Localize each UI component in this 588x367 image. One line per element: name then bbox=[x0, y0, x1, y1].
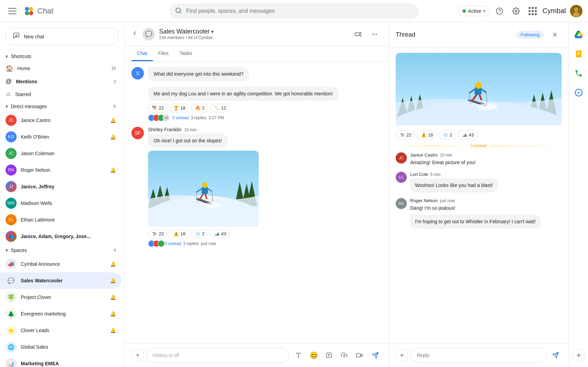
sales-watercooler-bell: 🔔 bbox=[110, 278, 116, 283]
sidebar-item-sales-watercooler[interactable]: 💬 Sales Watercooler 🔔 bbox=[0, 272, 121, 289]
sidebar-item-project-clover[interactable]: 🍀 Project Clover 🔔 bbox=[0, 289, 121, 305]
sidebar-item-roger-nelson[interactable]: RN Roger Nelson 🔔 bbox=[0, 162, 121, 178]
janice-jeffrey-avatar-text: JJ bbox=[6, 181, 17, 192]
sidebar-item-evergreen[interactable]: 🌲 Evergreen marketing 🔔 bbox=[0, 305, 121, 322]
reaction-snowflake[interactable]: ❄️2 bbox=[191, 229, 208, 238]
reaction-fire[interactable]: 🔥2 bbox=[191, 104, 208, 112]
message-content-2: Me and my dog Lou and I were in an agili… bbox=[148, 87, 382, 121]
sidebar-item-group-janice[interactable]: 👥 Janice, Adam, Gregory, Jose... bbox=[0, 228, 121, 245]
help-button[interactable] bbox=[493, 4, 506, 18]
mentions-label: Mentions bbox=[16, 79, 109, 84]
sidebar-item-keith-obrien[interactable]: KO Keith O'Brien 🔔 bbox=[0, 129, 121, 145]
sidebar-item-madison-wells[interactable]: MW Madison Wells bbox=[0, 195, 121, 211]
janice-castro-name: Janice Castro bbox=[21, 117, 106, 123]
google-tasks-button[interactable] bbox=[572, 86, 586, 100]
reaction-dog[interactable]: 🐕22 bbox=[148, 104, 167, 112]
thread-add-button[interactable]: + bbox=[396, 349, 408, 361]
user-avatar[interactable] bbox=[570, 5, 582, 17]
sidebar-item-marketing-emea[interactable]: 📊 Marketing EMEA bbox=[0, 355, 121, 367]
project-clover-name: Project Clover bbox=[21, 294, 106, 300]
reaction-skier[interactable]: ⛷️22 bbox=[148, 229, 167, 238]
thread-header: Thread Following bbox=[389, 22, 569, 47]
send-button[interactable] bbox=[369, 349, 382, 361]
tab-tasks[interactable]: Tasks bbox=[174, 46, 197, 61]
evergreen-icon: 🌲 bbox=[6, 308, 17, 319]
mentions-icon: @ bbox=[6, 78, 12, 85]
sidebar-item-global-sales[interactable]: 🌐 Global Sales bbox=[0, 339, 121, 355]
message-content-1: What did everyone get into this weekend? bbox=[148, 67, 382, 81]
message-group-shirley: SF Shirley Franklin 15 min Oh nice! I go… bbox=[131, 127, 382, 247]
shortcuts-section-header[interactable]: ▾ Shortcuts bbox=[0, 51, 124, 62]
dm-section-header[interactable]: ▾ Direct messages 6 bbox=[0, 101, 124, 112]
sales-watercooler-name: Sales Watercooler bbox=[21, 278, 106, 283]
thread-unread-link-1[interactable]: 3 unread bbox=[172, 115, 189, 120]
reaction-warning[interactable]: ⚠️18 bbox=[169, 229, 189, 238]
sidebar-item-clover-leads[interactable]: ⭐ Clover Leads 🔔 bbox=[0, 322, 121, 339]
keith-avatar-text: KO bbox=[6, 131, 17, 142]
message-bubble-2: Me and my dog Lou and I were in an agili… bbox=[148, 87, 338, 101]
thread-roger-bubble2-bg: I'm hoping to get out to Whistler in Feb… bbox=[410, 215, 541, 229]
sidebar-item-cymbal-announce[interactable]: 📣 Cymbal Announce 🔔 bbox=[0, 256, 121, 272]
sidebar-item-starred[interactable]: ☆ Starred bbox=[0, 88, 121, 101]
more-options-button[interactable] bbox=[368, 27, 382, 41]
google-meet-button[interactable] bbox=[572, 66, 586, 80]
google-docs-button[interactable] bbox=[572, 47, 586, 61]
home-label: Home bbox=[17, 66, 107, 71]
apps-button[interactable] bbox=[526, 4, 540, 18]
chat-header-actions bbox=[351, 27, 382, 41]
following-badge[interactable]: Following bbox=[516, 31, 544, 39]
thread-roger-time: just now bbox=[440, 198, 455, 203]
project-clover-bell: 🔔 bbox=[110, 294, 116, 300]
thread-reaction-snowflake[interactable]: ❄️2 bbox=[439, 131, 456, 139]
active-status-button[interactable]: Active ▾ bbox=[458, 6, 490, 16]
reaction-bone[interactable]: 🦴12 bbox=[210, 104, 230, 112]
tab-files[interactable]: Files bbox=[153, 46, 174, 61]
hamburger-button[interactable] bbox=[6, 4, 19, 18]
mention-button[interactable] bbox=[322, 348, 336, 362]
sender-avatar-1: S bbox=[131, 67, 144, 79]
right-sidebar bbox=[569, 22, 588, 367]
video-icon-button[interactable] bbox=[351, 27, 365, 41]
back-button[interactable] bbox=[131, 30, 138, 38]
group-avatar-text: 👥 bbox=[6, 231, 17, 242]
chat-tabs: Chat Files Tasks bbox=[125, 46, 388, 62]
thread-unread-divider: 3 unread bbox=[396, 143, 562, 148]
add-app-button[interactable] bbox=[572, 349, 585, 361]
chat-input-box[interactable]: History is off bbox=[147, 348, 289, 363]
sidebar-item-jason-coleman[interactable]: JC Jason Coleman bbox=[0, 145, 121, 162]
shirley-thread-unread[interactable]: 3 unread bbox=[165, 241, 181, 246]
search-input[interactable] bbox=[169, 3, 419, 19]
thread-send-button[interactable] bbox=[549, 349, 562, 361]
add-attachment-button[interactable]: + bbox=[131, 349, 144, 361]
sidebar-item-home[interactable]: 🏠 Home 10 bbox=[0, 62, 121, 75]
settings-button[interactable] bbox=[509, 4, 523, 18]
group-name: Janice, Adam, Gregory, Jose... bbox=[21, 234, 116, 239]
video-message-button[interactable] bbox=[352, 348, 366, 362]
emoji-button[interactable]: 😊 bbox=[307, 348, 321, 362]
thread-reaction-warning[interactable]: ⚠️18 bbox=[417, 131, 437, 139]
thread-message-roger: RN Roger Nelson just now Dang! I'm so je… bbox=[396, 198, 562, 229]
sidebar-item-ethan-lattimore[interactable]: EL Ethan Lattimore bbox=[0, 211, 121, 228]
thread-close-button[interactable] bbox=[548, 28, 562, 41]
google-drive-button[interactable] bbox=[572, 28, 586, 41]
reaction-trophy[interactable]: 🏆18 bbox=[169, 104, 189, 112]
text-format-button[interactable] bbox=[292, 348, 305, 362]
spaces-section-header[interactable]: ▾ Spaces 4 bbox=[0, 245, 124, 256]
upload-button[interactable] bbox=[337, 348, 351, 362]
thread-lori-name: Lori Cole bbox=[410, 172, 428, 177]
thread-reaction-ski[interactable]: 🎿43 bbox=[458, 131, 477, 139]
sidebar-item-mentions[interactable]: @ Mentions 2 bbox=[0, 75, 121, 88]
tab-chat[interactable]: Chat bbox=[131, 46, 153, 61]
chat-input-area: + History is off 😊 bbox=[125, 343, 388, 367]
shirley-thread-time: just now bbox=[201, 241, 216, 246]
sidebar-item-janice-castro[interactable]: JC Janice Castro 🔔 bbox=[0, 112, 121, 129]
janice-castro-avatar-text: JC bbox=[6, 115, 17, 126]
thread-reaction-skier[interactable]: ⛷️22 bbox=[396, 131, 415, 139]
thread-reply-input[interactable] bbox=[411, 348, 546, 363]
reaction-ski[interactable]: 🎿43 bbox=[210, 229, 230, 238]
chat-title-area: Sales Watercooler ▾ 234 members • All of… bbox=[159, 28, 347, 40]
sidebar-item-janice-jeffrey[interactable]: JJ Janice, Jeffrey bbox=[0, 178, 121, 195]
new-chat-button[interactable]: New chat bbox=[6, 28, 119, 45]
clover-leads-bell: 🔔 bbox=[110, 328, 116, 333]
thread-lori-time: 5 min bbox=[430, 172, 440, 177]
